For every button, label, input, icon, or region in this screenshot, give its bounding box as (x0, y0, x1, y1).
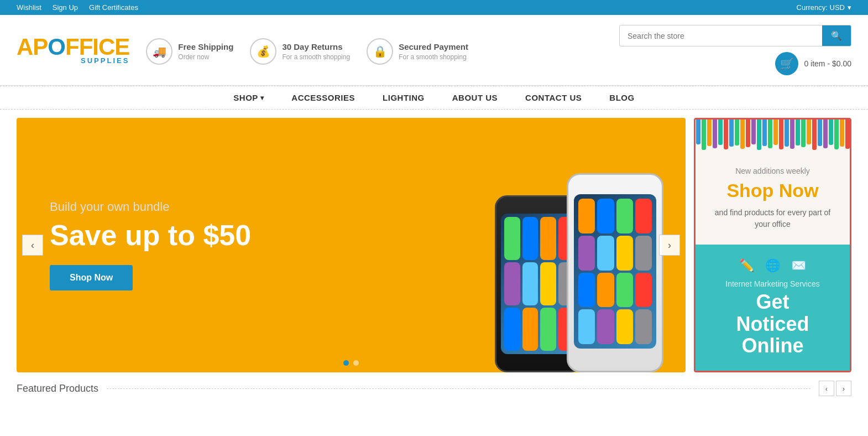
app-icon (504, 262, 520, 305)
returns-title: 30 Day Returns (282, 42, 350, 51)
featured-next-button[interactable]: › (836, 381, 851, 396)
hero-slider: Build your own bundle Save up to $50 Sho… (17, 118, 686, 372)
noticed-text: Noticed Online (736, 313, 809, 357)
new-additions-text: New additions weekly (707, 167, 839, 175)
mail-icon: ✉️ (791, 258, 806, 273)
hero-phones (495, 173, 663, 372)
nav-shop[interactable]: SHOP ▾ (233, 93, 264, 102)
shipping-title: Free Shipping (178, 42, 233, 51)
search-bar: 🔍 (619, 25, 851, 46)
feature-returns: 💰 30 Day Returns For a smooth shopping (250, 38, 350, 65)
nav-contact[interactable]: CONTACT US (525, 93, 582, 102)
top-bar-links: Wishlist Sign Up Gift Certificates (17, 3, 138, 12)
app-icon (616, 273, 633, 308)
nav-contact-label: CONTACT US (525, 93, 582, 102)
chevron-down-icon: ▾ (848, 3, 851, 12)
shipping-icon: 🚚 (146, 38, 172, 65)
edit-icon: ✏️ (739, 258, 754, 273)
feature-icons: 🚚 Free Shipping Order now 💰 30 Day Retur… (146, 35, 603, 65)
returns-icon: 💰 (250, 38, 276, 65)
logo-text: APOFFICE (17, 35, 129, 59)
signup-link[interactable]: Sign Up (53, 3, 78, 12)
slider-next-button[interactable]: › (659, 235, 680, 256)
app-icon (578, 309, 595, 344)
find-text: and find products for every part of your… (707, 207, 839, 230)
get-text: Get (756, 290, 789, 313)
pencil-decoration (696, 120, 850, 150)
phone-white (567, 173, 663, 372)
side-panel: New additions weekly Shop Now and find p… (694, 118, 851, 372)
hero-subtitle: Build your own bundle (50, 200, 251, 214)
search-cart-area: 🔍 🛒 0 item - $0.00 (619, 25, 851, 75)
nav-blog-label: BLOG (609, 93, 634, 102)
app-icon (522, 308, 538, 351)
nav-accessories[interactable]: ACCESSORIES (291, 93, 355, 102)
app-icon (522, 217, 538, 260)
app-icon (616, 309, 633, 344)
slider-dot-1[interactable] (343, 360, 349, 366)
nav-about[interactable]: ABOUT US (452, 93, 498, 102)
side-top: New additions weekly Shop Now and find p… (696, 120, 850, 245)
app-icon (616, 199, 633, 233)
logo-o: O (48, 34, 65, 60)
cart-icon: 🛒 (775, 52, 798, 75)
slider-dot-2[interactable] (353, 360, 359, 366)
app-icon (578, 199, 595, 233)
app-icon (597, 273, 614, 308)
search-input[interactable] (620, 27, 822, 45)
featured-title: Featured Products (17, 383, 98, 395)
cart-label: 0 item - $0.00 (804, 59, 851, 68)
phone-screen-white (574, 194, 656, 349)
phone-screen-black (501, 214, 577, 354)
app-icon (635, 199, 652, 233)
wishlist-link[interactable]: Wishlist (17, 3, 41, 12)
app-icon (635, 236, 652, 271)
service-icons: ✏️ 🌐 ✉️ (707, 258, 839, 273)
service-label: Internet Marketing Services (707, 279, 839, 288)
header: APOFFICE SUPPLIES 🚚 Free Shipping Order … (0, 15, 868, 86)
hero-shop-now-button[interactable]: Shop Now (50, 265, 133, 290)
nav-blog[interactable]: BLOG (609, 93, 634, 102)
payment-icon: 🔒 (367, 38, 393, 65)
app-icon (578, 273, 595, 308)
get-noticed-text: Get Noticed Online (707, 291, 839, 357)
app-icon (597, 199, 614, 233)
main-content: Build your own bundle Save up to $50 Sho… (0, 118, 868, 372)
shipping-subtitle: Order now (178, 53, 209, 61)
search-button[interactable]: 🔍 (822, 25, 851, 46)
feature-shipping: 🚚 Free Shipping Order now (146, 38, 233, 65)
cart-info[interactable]: 🛒 0 item - $0.00 (775, 52, 851, 75)
app-icon (540, 262, 556, 305)
slider-prev-button[interactable]: ‹ (22, 235, 43, 256)
app-icon (635, 309, 652, 344)
app-icon (616, 236, 633, 271)
app-icon (597, 309, 614, 344)
chevron-down-icon: ▾ (260, 94, 264, 102)
returns-subtitle: For a smooth shopping (282, 53, 350, 61)
hero-title: Save up to $50 (50, 220, 251, 251)
app-icon (540, 308, 556, 351)
nav-shop-label: SHOP (233, 93, 258, 102)
app-icon (597, 236, 614, 271)
payment-title: Secured Payment (399, 42, 468, 51)
chevron-right-icon: › (668, 240, 671, 251)
featured-nav: ‹ › (819, 381, 851, 396)
feature-payment: 🔒 Secured Payment For a smooth shopping (367, 38, 468, 65)
featured-divider (107, 388, 811, 389)
currency-selector[interactable]: Currency: USD ▾ (797, 3, 851, 12)
app-icon (504, 308, 520, 351)
nav-lighting[interactable]: LIGHTING (383, 93, 425, 102)
nav-about-label: ABOUT US (452, 93, 498, 102)
slider-dots (343, 360, 359, 366)
featured-prev-button[interactable]: ‹ (819, 381, 834, 396)
shop-now-text: Shop Now (707, 180, 839, 201)
gift-certificates-link[interactable]: Gift Certificates (89, 3, 138, 12)
currency-label: Currency: USD (797, 3, 845, 12)
chevron-left-icon: ‹ (31, 240, 34, 251)
app-icon (504, 217, 520, 260)
globe-icon: 🌐 (765, 258, 780, 273)
hero-content: Build your own bundle Save up to $50 Sho… (17, 178, 284, 313)
app-icon (540, 217, 556, 260)
logo[interactable]: APOFFICE SUPPLIES (17, 35, 129, 65)
app-icon (522, 262, 538, 305)
